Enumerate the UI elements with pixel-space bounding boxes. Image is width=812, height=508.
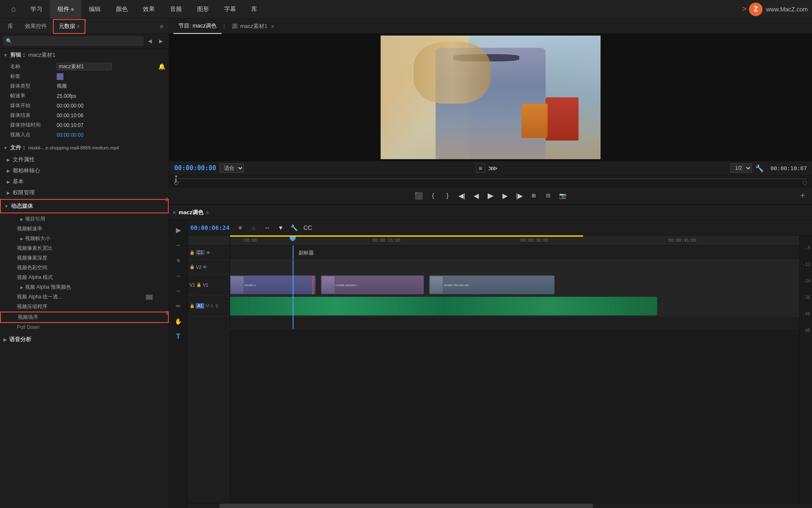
monitor-timecode[interactable]: 00:00:00:00 bbox=[174, 164, 216, 172]
step-back-button[interactable]: ◀ bbox=[469, 189, 483, 202]
clip-3-label: mixkit-friends-wit bbox=[444, 283, 469, 287]
tl-ripple-tool[interactable]: ↔ bbox=[171, 238, 186, 252]
video-clip-1[interactable]: mixkit-s bbox=[230, 276, 315, 294]
db-labels: -0 -12 -24 -36 -48 dB bbox=[799, 235, 812, 503]
meta-name-icon[interactable]: 🔔 bbox=[158, 63, 165, 70]
monitor-tabs: 节目: macz调色 | 源: macz素材1 ≡ bbox=[169, 19, 812, 34]
video-clip-2[interactable]: mixkit-women- bbox=[321, 276, 423, 294]
basic-arrow: ▶ bbox=[7, 179, 10, 184]
nav-item-audio[interactable]: 音频 bbox=[162, 0, 189, 19]
step-forward-button[interactable]: ▶ bbox=[498, 189, 512, 202]
tl-marker-button[interactable]: ▼ bbox=[274, 222, 287, 234]
meta-label-media-end: 媒体结束 bbox=[10, 112, 57, 119]
cursor-line-subtitle bbox=[293, 246, 294, 260]
a1-solo-icon: S bbox=[211, 304, 214, 308]
dublin-core-header[interactable]: ▶ 都柏林核心 bbox=[0, 165, 169, 176]
monitor-wrench-icon[interactable]: 🔧 bbox=[755, 164, 764, 172]
dynamic-media-arrow: ▼ bbox=[4, 204, 8, 209]
search-next-button[interactable]: ▶ bbox=[156, 36, 165, 46]
tl-wrench-button[interactable]: 🔧 bbox=[288, 222, 301, 234]
nav-item-subtitles[interactable]: 字幕 bbox=[217, 0, 244, 19]
add-button[interactable]: + bbox=[797, 190, 809, 202]
tab-more-button[interactable]: » bbox=[156, 21, 167, 32]
scrubber-circle-icon bbox=[174, 181, 178, 185]
search-input[interactable] bbox=[3, 36, 143, 46]
meta-value-media-end: 00:00:10:06 bbox=[57, 113, 165, 119]
basic-header[interactable]: ▶ 基本 bbox=[0, 176, 169, 187]
nav-item-graphics[interactable]: 图形 bbox=[189, 0, 217, 19]
timeline-scrollbar[interactable] bbox=[188, 503, 812, 508]
monitor-duration: 00:00:10:07 bbox=[771, 165, 807, 171]
tl-select-tool[interactable]: ▶ bbox=[171, 223, 186, 237]
tl-razor-tool[interactable]: ↔ bbox=[171, 268, 186, 283]
video-alpha-premult-header[interactable]: ▶ 视频 Alpha 预乘颜色 bbox=[0, 282, 169, 292]
go-to-out-button[interactable]: |▶ bbox=[513, 189, 526, 202]
nav-item-color[interactable]: 颜色 bbox=[108, 0, 135, 19]
audio-clip-1[interactable] bbox=[230, 297, 657, 315]
tl-track-select-tool[interactable]: ≡ bbox=[171, 253, 186, 268]
tab-library[interactable]: 库 bbox=[2, 19, 19, 34]
nav-item-components[interactable]: 组件 ≡ bbox=[50, 0, 81, 19]
play-button[interactable]: ▶ bbox=[484, 189, 497, 202]
home-icon[interactable]: ⌂ bbox=[4, 5, 23, 14]
scrubber-area[interactable]: ▼ bbox=[169, 175, 812, 187]
timeline-scrollbar-thumb[interactable] bbox=[219, 504, 594, 508]
file-section-header[interactable]: ▼ 文件： mixkit-...e-shopping-mall-8869-med… bbox=[0, 141, 169, 154]
tl-slip-tool[interactable]: ↔ bbox=[171, 284, 186, 298]
voice-analysis-header[interactable]: ▶ 语音分析 bbox=[0, 333, 169, 346]
nav-item-effects[interactable]: 效果 bbox=[135, 0, 162, 19]
tl-magnet-button[interactable]: ⌂ bbox=[247, 222, 260, 234]
badge-3: 3 bbox=[165, 311, 168, 315]
search-prev-button[interactable]: ◀ bbox=[145, 36, 154, 46]
permissions-header[interactable]: ▶ 权限管理 bbox=[0, 187, 169, 198]
video-framesize-header[interactable]: ▶ 视频帧大小 bbox=[0, 234, 169, 243]
nav-item-learn[interactable]: 学习 bbox=[23, 0, 50, 19]
insert-button[interactable]: ⊞ bbox=[527, 189, 540, 202]
v1-lock-icon: 🔒 bbox=[196, 282, 201, 287]
tl-snap-button[interactable]: ≡ bbox=[234, 222, 247, 234]
fit-dropdown[interactable]: 适合 bbox=[219, 163, 244, 173]
video-alpha-uniform: 视频 Alpha 统一透... bbox=[0, 292, 169, 302]
nav-item-edit[interactable]: 编辑 bbox=[81, 0, 108, 19]
timeline-menu-icon[interactable]: ≡ bbox=[206, 210, 209, 215]
clip-1-label: mixkit-s bbox=[244, 283, 256, 287]
tl-type-tool[interactable]: T bbox=[171, 329, 186, 344]
track-label-subtitle: 🔒 C1 👁 bbox=[188, 246, 230, 260]
alpha-premult-arrow: ▶ bbox=[20, 285, 23, 290]
tl-hand-tool[interactable]: ✋ bbox=[171, 314, 186, 329]
nav-item-library[interactable]: 库 bbox=[244, 0, 265, 19]
project-ref-header[interactable]: ▶ 项目引用 bbox=[0, 214, 169, 224]
tab-effect-controls[interactable]: 效果控件 bbox=[19, 19, 53, 34]
tl-pen-tool[interactable]: ✏ bbox=[171, 299, 186, 313]
quality-dropdown[interactable]: 1/2 bbox=[730, 163, 752, 173]
mark-in-button[interactable]: ⬛ bbox=[412, 189, 425, 202]
dynamic-media-section-header[interactable]: ▼ 动态媒体 2 bbox=[0, 199, 169, 213]
video-clip-3[interactable]: mixkit-friends-wit bbox=[429, 276, 554, 294]
ruler-mark-3: 00:00:45:00 bbox=[668, 238, 696, 243]
mark-clip-button[interactable]: } bbox=[441, 189, 454, 202]
v1-track[interactable]: mixkit-s mixkit-women- bbox=[230, 274, 799, 295]
export-frame-button[interactable]: 📷 bbox=[556, 189, 569, 202]
tl-ripple-delete-button[interactable]: ↔ bbox=[261, 222, 274, 234]
cursor-line-a1 bbox=[293, 295, 294, 316]
timeline-close-button[interactable]: × bbox=[173, 209, 176, 216]
meta-value-media-start: 00:00:00:00 bbox=[57, 103, 165, 109]
overwrite-button[interactable]: ⊟ bbox=[541, 189, 555, 202]
tl-captions-button[interactable]: CC bbox=[302, 222, 314, 234]
monitor-ctrl-2[interactable]: ⋙ bbox=[487, 163, 499, 173]
monitor-tab-program[interactable]: 节目: macz调色 bbox=[173, 19, 222, 34]
clip-section-header[interactable]: ▼ 剪辑： macz素材1 bbox=[0, 49, 169, 61]
go-to-in-button[interactable]: ◀| bbox=[455, 189, 469, 202]
monitor-tab-source[interactable]: 源: macz素材1 ≡ bbox=[227, 19, 279, 34]
track-labels: 🔒 C1 👁 🔒 V2 👁 bbox=[188, 235, 230, 503]
timeline-timecode[interactable]: 00:00:06:24 bbox=[190, 224, 230, 231]
video-framerate-item: 视频帧速率 bbox=[0, 224, 169, 234]
metadata-tree: ▼ 剪辑： macz素材1 名称 🔔 标签 媒体类型 视频 帧速率 25.00f… bbox=[0, 49, 169, 508]
tab-metadata[interactable]: 元数据 ≡ 1 bbox=[53, 19, 85, 34]
meta-color-swatch[interactable] bbox=[57, 73, 63, 80]
meta-input-name[interactable] bbox=[57, 63, 112, 70]
monitor-ctrl-1[interactable]: ⊞ bbox=[476, 163, 485, 173]
mark-out-button[interactable]: { bbox=[426, 189, 440, 202]
file-attr-header[interactable]: ▶ 文件属性 bbox=[0, 154, 169, 165]
video-field-order: 视频场序 3 bbox=[0, 312, 169, 323]
